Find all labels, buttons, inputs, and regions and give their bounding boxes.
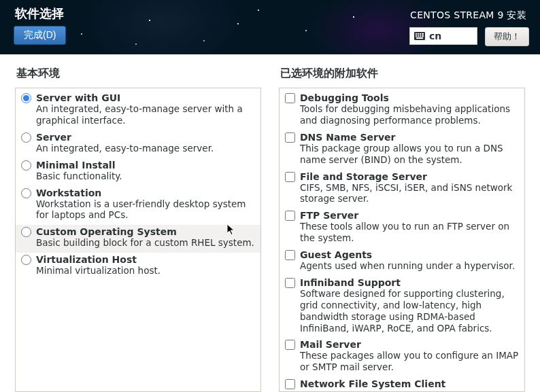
env-name: Workstation <box>36 188 255 198</box>
addon-checkbox[interactable] <box>285 211 295 221</box>
addon-checkbox[interactable] <box>285 250 295 260</box>
env-desc: Basic building block for a custom RHEL s… <box>36 237 255 249</box>
page-title: 软件选择 <box>15 5 64 22</box>
addon-name: File and Storage Server <box>300 171 519 182</box>
addon-desc: These packages allow you to configure an… <box>300 350 519 373</box>
addon-option[interactable]: Guest AgentsAgents used when running und… <box>280 248 524 276</box>
addon-checkbox[interactable] <box>285 379 295 389</box>
addon-name: Debugging Tools <box>300 92 519 103</box>
addon-option[interactable]: Infiniband SupportSoftware designed for … <box>280 276 524 338</box>
env-desc: Minimal virtualization host. <box>36 265 255 277</box>
addon-name: Guest Agents <box>300 249 519 260</box>
svg-rect-6 <box>418 35 419 37</box>
header-bar: 软件选择 完成(D) CENTOS STREAM 9 安装 cn 帮助！ <box>0 0 540 54</box>
addon-checkbox[interactable] <box>285 172 295 182</box>
addon-option[interactable]: Network File System Client <box>280 377 524 392</box>
addon-desc: These tools allow you to run an FTP serv… <box>300 221 519 244</box>
env-radio[interactable] <box>21 227 31 237</box>
env-option[interactable]: Minimal InstallBasic functionality. <box>16 158 260 186</box>
addon-option[interactable]: FTP ServerThese tools allow you to run a… <box>280 209 524 248</box>
svg-rect-7 <box>420 35 421 37</box>
env-option[interactable]: Virtualization HostMinimal virtualizatio… <box>16 253 260 281</box>
env-name: Custom Operating System <box>36 226 255 237</box>
done-button[interactable]: 完成(D) <box>14 26 66 45</box>
addon-name: FTP Server <box>300 210 519 221</box>
env-option[interactable]: Custom Operating SystemBasic building bl… <box>16 225 260 253</box>
keyboard-layout-label: cn <box>429 31 441 41</box>
keyboard-icon <box>414 32 425 40</box>
addon-name: DNS Name Server <box>300 132 519 143</box>
addon-desc: Software designed for supporting cluster… <box>300 288 519 334</box>
env-name: Server with GUI <box>36 92 255 103</box>
addon-desc: CIFS, SMB, NFS, iSCSI, iSER, and iSNS ne… <box>300 182 519 205</box>
help-button[interactable]: 帮助！ <box>485 27 529 46</box>
svg-rect-8 <box>422 35 424 37</box>
addon-name: Infiniband Support <box>300 277 519 288</box>
addon-checkbox[interactable] <box>285 132 295 143</box>
addon-option[interactable]: DNS Name ServerThis package group allows… <box>280 130 524 170</box>
addon-option[interactable]: Debugging ToolsTools for debugging misbe… <box>280 91 524 130</box>
env-name: Minimal Install <box>36 160 255 171</box>
addon-desc: Agents used when running under a hypervi… <box>300 260 519 272</box>
svg-rect-4 <box>422 33 424 35</box>
svg-rect-2 <box>418 33 419 35</box>
svg-rect-3 <box>420 33 421 35</box>
env-radio[interactable] <box>21 188 31 198</box>
addon-desc: This package group allows you to run a D… <box>300 143 519 166</box>
keyboard-layout-indicator[interactable]: cn <box>409 27 477 45</box>
env-option[interactable]: ServerAn integrated, easy-to-manage serv… <box>16 130 260 158</box>
env-radio[interactable] <box>21 132 31 143</box>
addon-checkbox[interactable] <box>285 93 295 103</box>
env-option[interactable]: WorkstationWorkstation is a user-friendl… <box>16 186 260 226</box>
addons-list: Debugging ToolsTools for debugging misbe… <box>279 88 525 392</box>
addon-checkbox[interactable] <box>285 278 295 288</box>
env-desc: Basic functionality. <box>36 171 255 182</box>
addons-heading: 已选环境的附加软件 <box>280 67 525 81</box>
env-radio[interactable] <box>21 160 31 171</box>
installer-title: CENTOS STREAM 9 安装 <box>410 10 526 22</box>
env-radio[interactable] <box>21 93 31 103</box>
addon-name: Network File System Client <box>300 378 519 389</box>
addon-name: Mail Server <box>300 339 519 350</box>
env-desc: An integrated, easy-to-manage server. <box>36 143 255 154</box>
svg-rect-5 <box>416 35 417 37</box>
env-desc: An integrated, easy-to-manage server wit… <box>36 103 255 126</box>
env-radio[interactable] <box>21 255 31 265</box>
svg-rect-9 <box>416 37 423 39</box>
addon-desc: Tools for debugging misbehaving applicat… <box>300 103 519 126</box>
env-option[interactable]: Server with GUIAn integrated, easy-to-ma… <box>16 91 260 130</box>
base-environment-list: Server with GUIAn integrated, easy-to-ma… <box>15 88 261 392</box>
env-name: Server <box>36 132 255 143</box>
base-environment-heading: 基本环境 <box>16 67 261 81</box>
addon-checkbox[interactable] <box>285 340 295 350</box>
svg-rect-1 <box>416 33 417 35</box>
env-desc: Workstation is a user-friendly desktop s… <box>36 198 255 221</box>
env-name: Virtualization Host <box>36 254 255 265</box>
addon-option[interactable]: Mail ServerThese packages allow you to c… <box>280 338 524 377</box>
addon-option[interactable]: File and Storage ServerCIFS, SMB, NFS, i… <box>280 170 524 209</box>
